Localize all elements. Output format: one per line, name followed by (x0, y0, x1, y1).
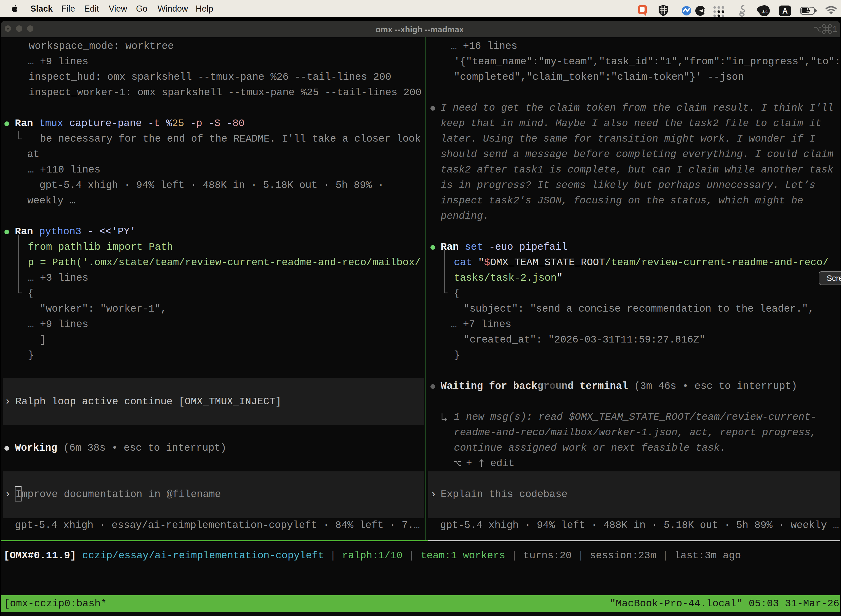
svg-text:A: A (782, 7, 788, 15)
svg-text:..61: ..61 (760, 9, 768, 14)
